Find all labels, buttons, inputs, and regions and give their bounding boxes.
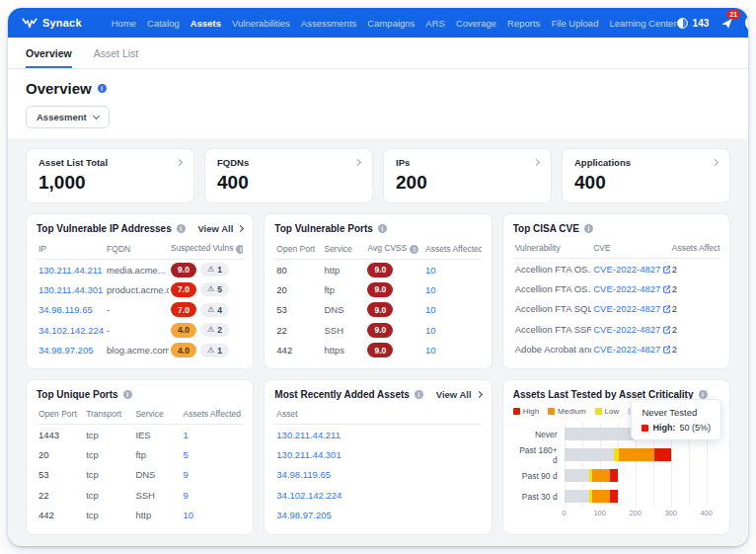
assets-affected-link[interactable]: 9 — [184, 469, 189, 480]
open-port-cell: 22 — [274, 320, 322, 341]
nav-item-reports[interactable]: Reports — [507, 18, 540, 29]
ip-link[interactable]: 34.102.142.224 — [38, 325, 104, 336]
info-icon[interactable]: i — [177, 224, 186, 233]
info-icon[interactable]: i — [123, 390, 132, 399]
stat-card-asset-list-total[interactable]: Asset List Total1,000 — [26, 148, 194, 203]
bar-segment-medium[interactable] — [619, 448, 654, 461]
nav-item-ars[interactable]: ARS — [425, 18, 445, 29]
table-row: Accellion FTA OS...CVE-2022-48272 — [513, 278, 719, 299]
cve-link[interactable]: CVE-2022-4827 — [593, 303, 660, 314]
assets-affected-link[interactable]: 10 — [184, 510, 194, 520]
assets-affected-link[interactable]: 10 — [425, 325, 436, 336]
assessment-dropdown-label: Assesment — [37, 112, 87, 122]
chart-category-label: Past 30 d — [513, 492, 565, 502]
chart-bar-track — [565, 444, 719, 465]
asset-link[interactable]: 34.102.142.224 — [276, 490, 341, 501]
axis-tick-label: 400 — [700, 509, 713, 517]
stat-card-ips[interactable]: IPs200 — [383, 148, 552, 203]
stat-card-applications[interactable]: Applications400 — [562, 148, 730, 203]
assets-affected-link[interactable]: 1 — [184, 430, 189, 440]
bar-segment-high[interactable] — [610, 490, 617, 503]
bar-segment-unassigned[interactable] — [565, 448, 614, 461]
cve-link[interactable]: CVE-2022-4827 — [593, 283, 660, 294]
assets-affected-link[interactable]: 10 — [425, 265, 436, 276]
column-header-ip: IP — [37, 237, 105, 260]
warning-icon: ⚠ — [207, 266, 214, 274]
assets-affected-link[interactable]: 10 — [425, 304, 436, 315]
fqdn-cell: media.acme...+ 3 — [105, 260, 169, 280]
cve-link[interactable]: CVE-2022-4827 — [593, 344, 660, 355]
view-all-link[interactable]: View All — [197, 223, 243, 234]
assets-affected-link[interactable]: 5 — [184, 449, 189, 460]
nav-item-catalog[interactable]: Catalog — [147, 18, 180, 29]
ip-link[interactable]: 130.211.44.301 — [38, 284, 103, 295]
cve-link[interactable]: CVE-2022-4827 — [593, 264, 660, 275]
assessment-dropdown[interactable]: Assesment — [26, 106, 110, 128]
table-row: 130.211.44.211 — [274, 425, 481, 445]
assets-affected-cell: 10 — [423, 300, 482, 321]
suspected-vulns-count: 5 — [217, 284, 222, 294]
assets-affected-link[interactable]: 9 — [184, 490, 189, 501]
info-icon[interactable]: i — [410, 245, 418, 254]
nav-item-coverage[interactable]: Coverage — [456, 18, 496, 29]
warning-icon: ⚠ — [207, 285, 214, 293]
nav-item-assessments[interactable]: Assessments — [301, 18, 357, 29]
chart-tooltip: Never Tested High: 50 (5%) — [631, 399, 721, 440]
assets-affected-cell: 10 — [182, 506, 244, 526]
assets-affected-cell: 1 — [182, 425, 244, 445]
ip-link[interactable]: 130.211.44.211 — [38, 265, 103, 276]
ip-link[interactable]: 34.98.97.205 — [38, 345, 93, 356]
nav-item-campaigns[interactable]: Campaigns — [367, 18, 415, 29]
user-avatar[interactable] — [745, 14, 748, 32]
bar-segment-medium[interactable] — [592, 490, 610, 503]
assets-affected-link[interactable]: 10 — [425, 284, 436, 295]
ip-link[interactable]: 34.98.119.65 — [38, 304, 93, 315]
ip-cell: 34.98.97.205 — [37, 341, 105, 361]
column-header-avg-cvss: Avg CVSSi — [365, 237, 423, 260]
service-cell: ftp — [322, 279, 365, 300]
tab-overview[interactable]: Overview — [26, 38, 72, 68]
info-icon[interactable]: i — [699, 390, 708, 399]
assets-affected-link[interactable]: 10 — [425, 345, 436, 356]
page-title-text: Overview — [26, 80, 92, 97]
cve-link[interactable]: CVE-2022-4827 — [593, 324, 660, 335]
asset-link[interactable]: 34.98.97.205 — [276, 510, 331, 520]
assets-affected-cell: 2 — [670, 299, 719, 320]
nav-item-vulnerabilities[interactable]: Vulnerabilities — [232, 18, 290, 29]
service-cell: https — [322, 341, 365, 361]
suspected-vulns-badge: ⚠1 — [200, 344, 229, 357]
bar-segment-medium[interactable] — [592, 469, 610, 482]
nav-item-file-upload[interactable]: File Upload — [551, 18, 598, 29]
nav-item-assets[interactable]: Assets — [190, 18, 221, 29]
suspected-vulns-badge: ⚠2 — [200, 323, 229, 337]
bar-segment-unassigned[interactable] — [565, 428, 640, 440]
avg-cvss-cell: 9.0 — [365, 320, 423, 341]
assets-affected-cell: 9 — [182, 485, 244, 506]
notifications-button[interactable]: 21 — [720, 17, 733, 30]
asset-link[interactable]: 130.211.44.211 — [276, 430, 340, 440]
tab-asset-list[interactable]: Asset List — [94, 38, 139, 68]
bar-segment-high[interactable] — [610, 469, 617, 482]
chart-bar-track — [565, 465, 719, 486]
nav-item-home[interactable]: Home — [112, 18, 136, 29]
ip-cell: 34.98.119.65 — [37, 300, 105, 321]
info-icon[interactable]: i — [584, 224, 593, 233]
info-icon[interactable]: i — [415, 390, 423, 399]
avg-cvss-cell: 9.0 — [365, 300, 423, 321]
credits-counter[interactable]: 143 — [677, 18, 710, 29]
asset-link[interactable]: 34.98.119.65 — [276, 469, 331, 480]
asset-link[interactable]: 130.211.44.301 — [276, 449, 340, 460]
credits-count: 143 — [693, 18, 710, 29]
info-icon[interactable]: i — [236, 245, 243, 254]
page-info-icon[interactable]: i — [98, 84, 107, 93]
info-icon[interactable]: i — [378, 224, 387, 233]
bar-segment-unassigned[interactable] — [565, 490, 589, 503]
external-link-icon — [663, 346, 669, 354]
stat-card-fqdns[interactable]: FQDNs400 — [204, 148, 373, 203]
ip-cell: 130.211.44.301 — [37, 279, 105, 300]
bar-segment-unassigned[interactable] — [565, 469, 589, 482]
nav-item-learning-center[interactable]: Learning Center — [609, 18, 676, 29]
bar-segment-high[interactable] — [654, 448, 670, 461]
view-all-link[interactable]: View All — [436, 389, 482, 400]
synack-logo[interactable]: Synack — [22, 17, 82, 29]
